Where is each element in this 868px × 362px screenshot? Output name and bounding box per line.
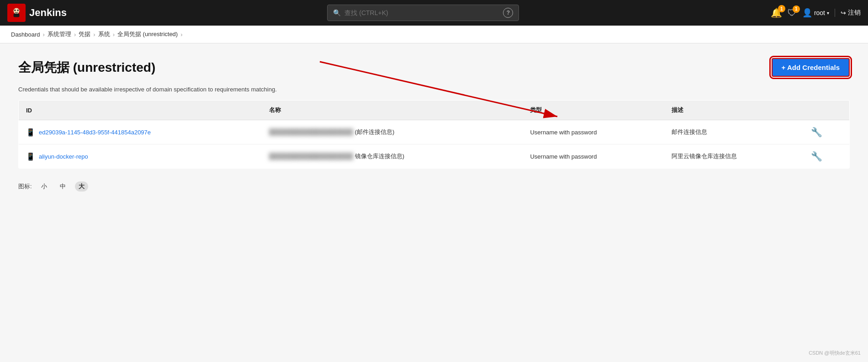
logout-icon: ↪ [841,9,846,16]
breadcrumb-credentials[interactable]: 凭据 [79,30,90,38]
row1-name-cell: ████████████████████ (邮件连接信息) [262,120,523,144]
row2-action-cell: 🔧 [804,144,849,169]
row2-id-cell: 📱 aliyun-docker-repo [19,144,262,169]
row2-type-cell: Username with password [523,144,664,169]
add-credentials-label: + Add Credentials [782,64,840,71]
app-title: Jenkins [29,7,67,19]
notification-count: 1 [778,5,785,12]
chevron-down-icon: ▾ [827,11,829,16]
credential-icon-1: 📱 [26,128,35,137]
user-icon: 👤 [802,8,812,18]
breadcrumb-sep-1: › [43,31,45,38]
row1-description-cell: 邮件连接信息 [664,120,804,144]
row2-id-link[interactable]: aliyun-docker-repo [39,153,88,160]
col-type: 类型 [523,101,664,120]
row2-name-blurred: ████████████████████ [269,153,353,160]
logout-button[interactable]: ↪ 注销 [835,9,861,17]
breadcrumb-sep-2: › [74,31,76,38]
search-area: 🔍 ? [81,5,765,21]
icon-size-small[interactable]: 小 [37,181,51,192]
icon-size-label: 图标: [18,182,32,191]
header: Jenkins 🔍 ? 🔔 1 🛡 1 👤 root ▾ ↪ 注销 [0,0,868,26]
icon-size-row: 图标: 小 中 大 [18,181,850,192]
row2-name-cell: ████████████████████ 镜像仓库连接信息) [262,144,523,169]
breadcrumb-sep-3: › [93,31,95,38]
row1-id-cell: 📱 ed29039a-1145-48d3-955f-441854a2097e [19,120,262,144]
main-content: 全局凭据 (unrestricted) + Add Credentials Cr… [0,43,868,361]
add-credentials-button[interactable]: + Add Credentials [772,58,850,77]
notification-bell[interactable]: 🔔 1 [771,7,782,18]
icon-size-large[interactable]: 大 [75,181,88,192]
page-header-row: 全局凭据 (unrestricted) + Add Credentials [18,58,850,77]
row2-wrench-icon[interactable]: 🔧 [811,151,822,161]
search-box[interactable]: 🔍 ? [327,5,519,21]
table-header-row: ID 名称 类型 描述 [19,101,850,120]
row1-id-link[interactable]: ed29039a-1145-48d3-955f-441854a2097e [39,129,151,136]
search-icon: 🔍 [333,9,341,16]
breadcrumb: Dashboard › 系统管理 › 凭据 › 系统 › 全局凭据 (unres… [0,26,868,43]
col-actions [804,101,849,120]
credential-icon-2: 📱 [26,152,35,161]
breadcrumb-dashboard[interactable]: Dashboard [11,31,40,38]
icon-size-medium[interactable]: 中 [56,181,69,192]
shield-badge-area[interactable]: 🛡 1 [788,8,797,18]
col-description: 描述 [664,101,804,120]
logout-label: 注销 [848,9,861,17]
breadcrumb-sep-5: › [180,31,182,38]
table-row: 📱 aliyun-docker-repo ███████████████████… [19,144,850,169]
table-row: 📱 ed29039a-1145-48d3-955f-441854a2097e █… [19,120,850,144]
header-right: 🔔 1 🛡 1 👤 root ▾ ↪ 注销 [771,7,861,18]
breadcrumb-system[interactable]: 系统 [98,30,110,38]
user-menu[interactable]: 👤 root ▾ [802,8,829,18]
row1-id-with-icon: 📱 ed29039a-1145-48d3-955f-441854a2097e [26,128,151,137]
col-name: 名称 [262,101,523,120]
logo-area: Jenkins [7,4,67,22]
breadcrumb-global[interactable]: 全局凭据 (unrestricted) [117,30,178,38]
row1-name-suffix: (邮件连接信息) [355,128,395,135]
description-text: Credentials that should be available irr… [18,86,850,93]
row1-wrench-icon[interactable]: 🔧 [811,127,822,137]
row2-id-with-icon: 📱 aliyun-docker-repo [26,152,88,161]
page-title: 全局凭据 (unrestricted) [18,59,155,76]
help-icon[interactable]: ? [503,8,513,18]
row2-name-suffix: 镜像仓库连接信息) [355,153,404,160]
watermark: CSDN @明快de玄米61 [809,350,861,357]
breadcrumb-system-mgmt[interactable]: 系统管理 [48,30,71,38]
username-label: root [814,9,825,16]
svg-point-3 [14,10,16,11]
col-id: ID [19,101,262,120]
svg-rect-2 [14,14,20,17]
row1-name-blurred: ████████████████████ [269,128,353,135]
jenkins-logo-icon [7,4,26,22]
search-input[interactable] [344,9,499,16]
row1-type-cell: Username with password [523,120,664,144]
credentials-table: ID 名称 类型 描述 📱 ed29039a-1145-48d3-955f-44… [18,100,850,169]
row2-description-cell: 阿里云镜像仓库连接信息 [664,144,804,169]
breadcrumb-sep-4: › [113,31,115,38]
svg-point-4 [17,10,19,11]
row1-action-cell: 🔧 [804,120,849,144]
shield-count: 1 [793,5,800,13]
